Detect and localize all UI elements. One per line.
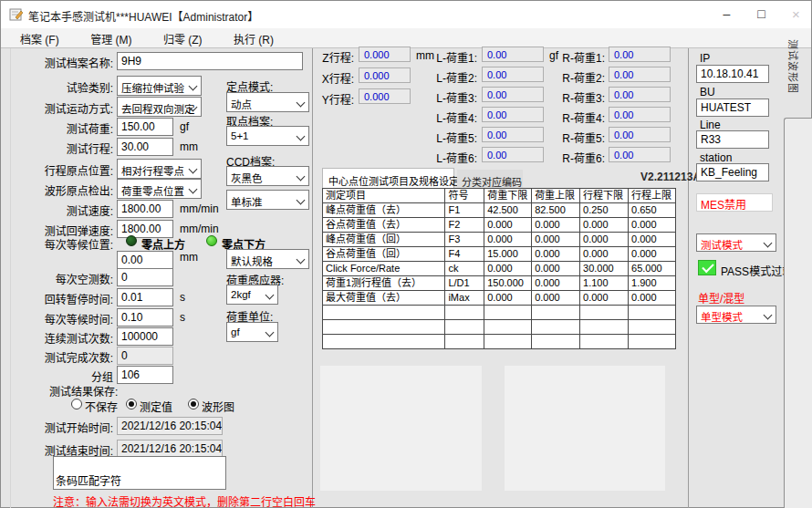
tab-spec-settings[interactable]: 中心点位测试项目及规格设定: bbox=[322, 168, 454, 188]
title-bar: 笔记本手感测试机***HUAWEI【Administrator】 – □ × bbox=[1, 1, 811, 29]
r-load-6-readout: 0.00 bbox=[609, 147, 671, 162]
r-load-2-readout: 0.00 bbox=[609, 67, 671, 82]
chevron-down-icon bbox=[297, 132, 306, 141]
close-button[interactable]: × bbox=[780, 1, 812, 27]
mes-status-readout: MES禁用 bbox=[696, 193, 773, 212]
led-below-zero[interactable] bbox=[206, 235, 217, 246]
line-input[interactable]: R33 bbox=[696, 130, 769, 149]
panel-empty-2 bbox=[505, 366, 665, 491]
l-load-2-readout: 0.00 bbox=[482, 67, 544, 82]
wait-offset-input[interactable]: 0.00 bbox=[117, 251, 173, 269]
minimize-button[interactable]: – bbox=[711, 1, 743, 27]
left-edge-divider bbox=[10, 48, 11, 508]
l-load-3-label: L-荷重3: bbox=[421, 89, 477, 105]
chevron-down-icon bbox=[764, 311, 773, 320]
l-load-1-label: L-荷重1: bbox=[421, 49, 477, 65]
model-mode-select[interactable]: 单型模式 bbox=[696, 306, 776, 324]
test-stroke-label: 测试行程: bbox=[13, 140, 113, 156]
radio-measured-value[interactable] bbox=[126, 399, 137, 410]
standard-select[interactable]: 单标准 bbox=[226, 190, 309, 210]
r-load-2-label: R-荷重2: bbox=[548, 69, 605, 85]
stroke-origin-select[interactable]: 相对行程零点 bbox=[117, 159, 202, 179]
chevron-down-icon bbox=[189, 82, 198, 91]
wait-time-input[interactable]: 0.10 bbox=[117, 308, 173, 327]
empty-tests-label: 每次空测数: bbox=[13, 271, 113, 286]
l-load-1-readout: 0.00 bbox=[482, 47, 544, 62]
test-load-input[interactable]: 150.00 bbox=[117, 118, 173, 136]
pause-time-input[interactable]: 0.01 bbox=[117, 288, 173, 306]
menu-bar: 档案 (F) 管理 (M) 归零 (Z) 执行 (R) bbox=[1, 28, 811, 48]
tab-category-codes[interactable]: 分类对应编码 bbox=[457, 170, 523, 188]
pass-mode-checkbox[interactable] bbox=[698, 260, 716, 275]
group-label: 分组 bbox=[13, 368, 113, 384]
rebound-speed-input[interactable]: 1800.00 bbox=[117, 220, 173, 238]
chevron-down-icon bbox=[265, 291, 275, 300]
table-row-empty bbox=[323, 306, 676, 320]
z-stroke-readout: 0.000 bbox=[359, 47, 411, 62]
continuous-count-input[interactable]: 100000 bbox=[117, 327, 173, 346]
led-above-zero[interactable] bbox=[126, 235, 137, 246]
line-label: Line bbox=[700, 119, 721, 131]
model-type-label: 单型/混型 bbox=[698, 290, 744, 306]
table-row: 最大荷重值（去）iMax0.0000.0000.0000.000 bbox=[323, 291, 676, 306]
fixed-point-mode-select[interactable]: 动点 bbox=[226, 92, 309, 112]
chevron-down-icon bbox=[297, 255, 306, 264]
radio-waveform[interactable] bbox=[188, 399, 199, 410]
point-file-select[interactable]: 5+1 bbox=[226, 126, 309, 146]
menu-manage[interactable]: 管理 (M) bbox=[82, 28, 140, 48]
l-load-2-label: L-荷重2: bbox=[421, 69, 477, 85]
r-load-5-label: R-荷重5: bbox=[548, 130, 605, 145]
panel-empty-1 bbox=[320, 366, 482, 491]
menu-run[interactable]: 执行 (R) bbox=[225, 28, 282, 48]
pause-time-label: 回转暂停时间: bbox=[13, 291, 113, 306]
y-stroke-readout: 0.000 bbox=[359, 88, 411, 104]
ccd-file-select[interactable]: 灰黑色 bbox=[226, 166, 309, 186]
load-unit-select[interactable]: gf bbox=[226, 322, 278, 342]
wait-offset-unit: mm bbox=[180, 251, 198, 264]
test-type-select[interactable]: 压缩拉伸试验 bbox=[117, 76, 202, 96]
side-tab-waveform[interactable]: 测试波形图 bbox=[786, 39, 801, 94]
chevron-down-icon bbox=[297, 196, 306, 205]
menu-zero[interactable]: 归零 (Z) bbox=[155, 28, 211, 48]
completed-count-readout: 0 bbox=[117, 347, 173, 365]
wait-position-label: 每次等候位置: bbox=[13, 236, 113, 252]
barcode-match-textarea[interactable]: 条码匹配字符 bbox=[53, 456, 226, 490]
chevron-down-icon bbox=[265, 328, 275, 337]
station-input[interactable]: KB_Feeling bbox=[696, 163, 769, 181]
divider-middle-right bbox=[688, 48, 689, 508]
r-load-1-label: R-荷重1: bbox=[548, 49, 605, 65]
motion-mode-label: 测试运动方式: bbox=[13, 100, 113, 116]
empty-tests-input[interactable]: 0 bbox=[117, 268, 173, 286]
app-window: 笔记本手感测试机***HUAWEI【Administrator】 – □ × 档… bbox=[0, 0, 812, 508]
load-sensor-select[interactable]: 2kgf bbox=[226, 285, 278, 305]
start-time-label: 测试开始时间: bbox=[13, 420, 113, 435]
test-load-label: 测试荷重: bbox=[13, 120, 113, 136]
table-row-empty bbox=[323, 320, 676, 335]
motion-mode-select[interactable]: 去回程双向测定 bbox=[117, 97, 202, 117]
input-method-note: 注意：输入法需切换为英文模式，删除第二行空白回车 bbox=[53, 493, 316, 508]
default-spec-select[interactable]: 默认规格 bbox=[226, 249, 309, 269]
spec-table[interactable]: 测定项目符号荷重下限荷重上限行程下限行程上限 峰点荷重值（去）F142.5008… bbox=[322, 188, 676, 349]
test-mode-select[interactable]: 测试模式 bbox=[696, 233, 776, 252]
group-input[interactable]: 106 bbox=[117, 366, 173, 384]
test-speed-input[interactable]: 1800.00 bbox=[117, 200, 173, 218]
table-row: 荷重1测行程值（去）L/D1150.0000.0001.1001.900 bbox=[323, 276, 676, 291]
file-name-input[interactable]: 9H9 bbox=[117, 52, 303, 70]
radio-no-save-label: 不保存 bbox=[85, 399, 118, 414]
start-time-readout: 2021/12/16 20:15:04 bbox=[117, 417, 223, 435]
chevron-down-icon bbox=[764, 239, 773, 248]
test-stroke-input[interactable]: 30.00 bbox=[117, 138, 173, 156]
radio-no-save[interactable] bbox=[71, 399, 82, 410]
bu-input[interactable]: HUATEST bbox=[696, 98, 769, 117]
l-load-6-readout: 0.00 bbox=[482, 147, 544, 162]
menu-file[interactable]: 档案 (F) bbox=[12, 28, 68, 48]
l-load-3-readout: 0.00 bbox=[482, 87, 544, 102]
barcode-match-label: 条码匹配字符 bbox=[56, 472, 121, 488]
station-label: station bbox=[700, 151, 732, 164]
r-load-3-label: R-荷重3: bbox=[548, 89, 605, 105]
r-load-1-readout: 0.00 bbox=[609, 47, 671, 62]
wave-origin-select[interactable]: 荷重零点位置 bbox=[117, 179, 202, 199]
maximize-button[interactable]: □ bbox=[745, 1, 777, 27]
ip-input[interactable]: 10.18.10.41 bbox=[696, 65, 769, 83]
wait-time-unit: s bbox=[180, 311, 185, 324]
